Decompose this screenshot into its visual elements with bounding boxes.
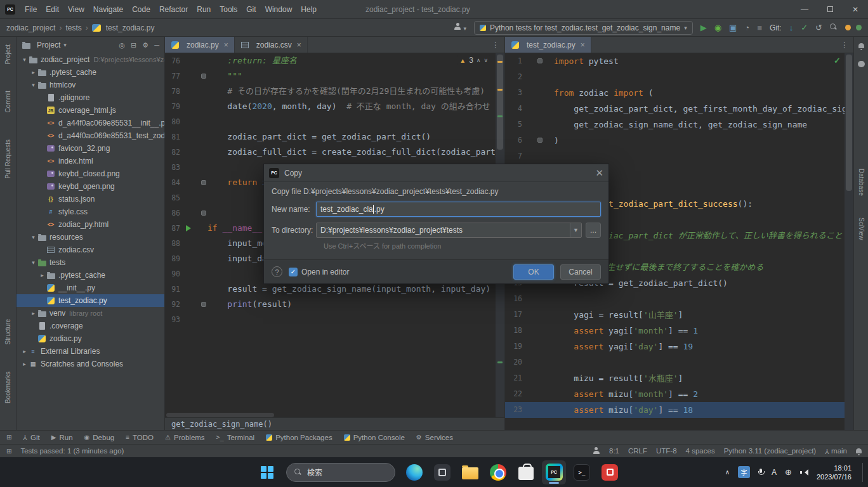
tree-item-scratches-and-consoles[interactable]: ▸▤Scratches and Consoles (16, 358, 164, 370)
git-branch[interactable]: Y main (825, 447, 847, 455)
tree-item-status-json[interactable]: {}status.json (16, 193, 164, 205)
tab-close-icon[interactable]: × (224, 41, 228, 49)
tab-close-icon[interactable]: × (297, 41, 301, 49)
line-number-90[interactable]: 90 (165, 266, 180, 282)
fold-gutter-icon[interactable] (201, 180, 206, 185)
horizontal-scrollbar[interactable] (166, 413, 274, 417)
tree-item-test-zodiac-py[interactable]: test_zodiac.py (16, 294, 164, 307)
toolwindow-button-sciview[interactable]: SciView (858, 218, 865, 240)
tree-item-keybd-open-png[interactable]: keybd_open.png (16, 180, 164, 193)
update-button[interactable]: ↓ (789, 23, 794, 32)
code-line-92[interactable]: 92 print(result) (165, 297, 504, 312)
project-panel-title[interactable]: Project (37, 41, 60, 49)
ok-button[interactable]: OK (513, 264, 554, 280)
cancel-button[interactable]: Cancel (560, 264, 601, 280)
code-line-19[interactable]: 19 assert yagi['day'] == 19 (505, 339, 853, 354)
line-number-5[interactable]: 5 (505, 117, 522, 133)
taskbar-search[interactable]: 検索 (286, 463, 395, 482)
code-line-6[interactable]: 6) (505, 133, 853, 148)
code-line-76[interactable]: 76 :return: 星座名 (165, 53, 504, 68)
tree-item-style-css[interactable]: #style.css (16, 205, 164, 218)
line-number-17[interactable]: 17 (505, 307, 522, 323)
copy-dialog-titlebar[interactable]: PC Copy ✕ (264, 164, 608, 182)
toolwindow-button-project[interactable]: Project (4, 44, 11, 64)
line-number-77[interactable]: 77 (165, 68, 180, 84)
tree-item-external-libraries[interactable]: ▸≡External Libraries (16, 345, 164, 358)
pycharm-icon[interactable]: PC (542, 460, 566, 484)
tree-collapsed-icon[interactable]: ▸ (20, 348, 29, 354)
code-line-80[interactable]: 80 (165, 114, 504, 129)
code-line-22[interactable]: 22 assert mizu['month'] == 2 (505, 386, 853, 402)
minimize-button[interactable]: — (792, 0, 817, 19)
tree-item-zodiac-csv[interactable]: zodiac.csv (16, 244, 164, 256)
error-stripe-scrollbar[interactable] (845, 53, 853, 430)
line-number-3[interactable]: 3 (505, 85, 522, 101)
tree-expanded-icon[interactable]: ▾ (20, 56, 29, 63)
profiler-button[interactable]: ◔ (744, 23, 749, 32)
tree-item-pytest-cache[interactable]: ▸.pytest_cache (16, 269, 164, 282)
toolwindow-button-todo[interactable]: ≡TODO (126, 434, 154, 441)
line-number-91[interactable]: 91 (165, 282, 180, 297)
to-directory-combo[interactable]: D:¥projects¥lessons¥zodiac_project¥tests… (316, 223, 582, 238)
toolwindow-button-bookmarks[interactable]: Bookmarks (4, 372, 11, 403)
line-number-83[interactable]: 83 (165, 160, 180, 175)
tree-item-init-py[interactable]: __init__.py (16, 282, 164, 294)
menu-navigate[interactable]: Navigate (89, 5, 128, 14)
code-line-18[interactable]: 18 assert yagi['month'] == 1 (505, 323, 853, 339)
code-line-77[interactable]: 77 """ (165, 68, 504, 84)
status-message[interactable]: Tests passed: 1 (3 minutes ago) (20, 447, 124, 455)
store-icon[interactable] (514, 460, 538, 484)
code-line-3[interactable]: 3from zodiac import ( (505, 85, 853, 101)
tab-test-zodiac-py[interactable]: test_zodiac.py× (505, 37, 591, 53)
tree-item-favicon-32-png[interactable]: favicon_32.png (16, 142, 164, 155)
tab-options-icon[interactable]: ⋮ (836, 37, 853, 53)
inspection-widget[interactable]: ▲ 3 ∧ ∨ (457, 55, 490, 65)
menu-view[interactable]: View (63, 5, 89, 14)
start-button[interactable] (255, 460, 279, 484)
tree-item-gitignore[interactable]: .gitignore (16, 91, 164, 104)
menu-file[interactable]: File (20, 5, 41, 14)
line-number-85[interactable]: 85 (165, 190, 180, 205)
tree-item-keybd-closed-png[interactable]: keybd_closed.png (16, 167, 164, 180)
tree-item-venv[interactable]: ▸venvlibrary root (16, 307, 164, 320)
tree-item-pytest-cache[interactable]: ▸.pytest_cache (16, 66, 164, 79)
tree-item-tests[interactable]: ▾tests (16, 256, 164, 269)
toolwindow-button-run[interactable]: ▶Run (51, 434, 73, 441)
line-number-2[interactable]: 2 (505, 69, 522, 85)
browse-button[interactable]: ... (586, 223, 601, 238)
open-in-editor-checkbox[interactable]: ✓ Open in editor (289, 268, 349, 276)
speaker-icon[interactable] (800, 469, 808, 476)
line-number-88[interactable]: 88 (165, 236, 180, 251)
line-number-22[interactable]: 22 (505, 386, 522, 402)
line-number-87[interactable]: 87 (165, 221, 180, 236)
search-icon[interactable] (830, 23, 838, 31)
tab-zodiac-csv[interactable]: zodiac.csv× (235, 37, 308, 53)
coverage-button[interactable]: ▣ (729, 23, 737, 32)
tree-item-zodiac-project[interactable]: ▾zodiac_projectD:¥projects¥lessons¥zo (16, 53, 164, 66)
app-red-icon[interactable] (598, 460, 622, 484)
network-icon[interactable]: ⊕ (785, 467, 792, 477)
tab-close-icon[interactable]: × (581, 41, 585, 49)
help-button[interactable]: ? (272, 266, 282, 277)
code-with-me-icon[interactable] (593, 447, 600, 455)
tree-collapsed-icon[interactable]: ▸ (29, 310, 37, 316)
line-number-21[interactable]: 21 (505, 370, 522, 386)
editor-context-breadcrumb[interactable]: get_zodiac_sign_name() (165, 417, 504, 430)
code-line-81[interactable]: 81 zodiac_part_dict = get_zodiac_part_di… (165, 129, 504, 145)
breadcrumb-zodiac-project[interactable]: zodiac_project (6, 23, 55, 32)
panel-settings-button[interactable]: ⚙ (142, 41, 148, 49)
github-copilot-icon[interactable] (858, 61, 865, 67)
tree-collapsed-icon[interactable]: ▸ (20, 361, 29, 367)
tree-item-coverage-html-js[interactable]: JScoverage_html.js (16, 104, 164, 117)
orange-status-dot[interactable] (845, 25, 851, 30)
menu-refactor[interactable]: Refactor (155, 5, 192, 14)
explorer-icon[interactable] (458, 460, 482, 484)
next-warning-icon[interactable]: ∨ (483, 57, 488, 63)
toolwindow-button-structure[interactable]: Structure (4, 319, 11, 345)
user-menu-button[interactable]: ▾ (454, 23, 466, 32)
line-number-4[interactable]: 4 (505, 101, 522, 117)
fold-gutter-icon[interactable] (201, 74, 206, 79)
fold-gutter-icon[interactable] (201, 211, 206, 216)
fold-gutter-icon[interactable] (537, 138, 542, 143)
menu-edit[interactable]: Edit (41, 5, 63, 14)
